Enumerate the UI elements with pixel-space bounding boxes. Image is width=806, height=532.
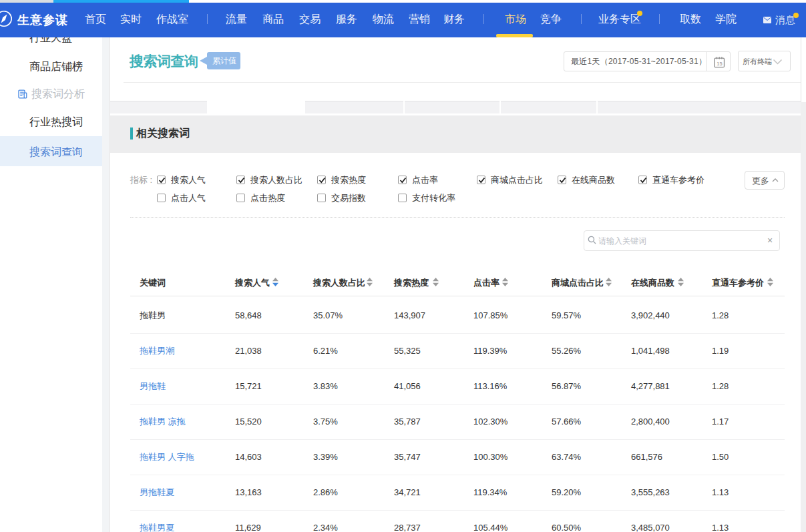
svg-text:15: 15 <box>717 61 722 67</box>
